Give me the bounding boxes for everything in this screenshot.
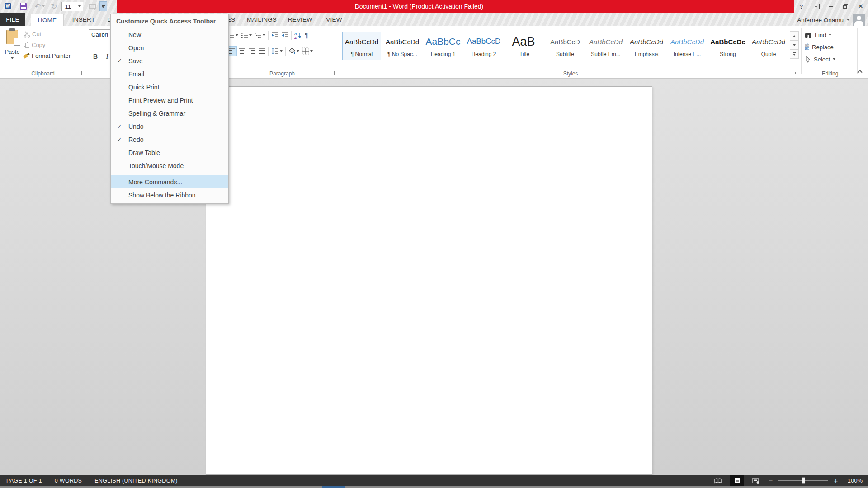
tab-insert[interactable]: INSERT — [68, 13, 99, 26]
cut-button[interactable]: Cut — [24, 29, 41, 39]
zoom-level[interactable]: 100% — [844, 477, 863, 484]
taskbar-edge — [0, 486, 868, 488]
borders-button[interactable] — [301, 46, 314, 56]
font-size-combobox[interactable]: 11 — [61, 2, 83, 11]
menu-item-save[interactable]: ✓Save — [111, 54, 228, 67]
replace-button[interactable]: ab ac Replace — [805, 42, 834, 52]
page-count[interactable]: PAGE 1 OF 1 — [6, 478, 42, 484]
ribbon-display-options-button[interactable] — [809, 0, 824, 13]
multilevel-list-button[interactable] — [253, 30, 267, 40]
minimize-button[interactable] — [824, 0, 839, 13]
web-layout-button[interactable] — [749, 475, 763, 486]
status-bar: PAGE 1 OF 1 0 WORDS ENGLISH (UNITED KING… — [0, 475, 868, 486]
word-logo-icon[interactable]: W — [1, 1, 14, 12]
styles-gallery-more-button[interactable] — [790, 49, 799, 59]
select-button[interactable]: Select — [805, 54, 835, 64]
style-no-spacing[interactable]: AaBbCcDd ¶ No Spac... — [383, 32, 422, 60]
style-emphasis[interactable]: AaBbCcDd Emphasis — [627, 32, 666, 60]
paragraph-dialog-launcher[interactable] — [330, 71, 335, 75]
styles-gallery-scrollbar — [790, 32, 799, 59]
collapse-ribbon-button[interactable] — [857, 70, 862, 75]
account-area[interactable]: Anfernee Onamu — [797, 14, 865, 26]
menu-item-quick-print[interactable]: Quick Print — [111, 80, 228, 94]
styles-scroll-up-button[interactable] — [790, 31, 799, 41]
qat-save-button[interactable] — [20, 1, 27, 12]
sort-button[interactable]: A Z — [293, 30, 303, 40]
avatar[interactable] — [853, 14, 865, 26]
zoom-in-button[interactable]: + — [833, 477, 839, 484]
word-count[interactable]: 0 WORDS — [55, 478, 82, 484]
format-painter-button[interactable]: Format Painter — [24, 51, 71, 61]
close-button[interactable]: ✕ — [853, 0, 868, 13]
menu-item-spelling-grammar[interactable]: Spelling & Grammar — [111, 107, 228, 120]
qat-undo-button[interactable]: ↶ — [34, 1, 45, 12]
qat-redo-button[interactable]: ↻ — [51, 1, 57, 12]
print-layout-button[interactable] — [730, 475, 744, 486]
tab-review[interactable]: REVIEW — [284, 13, 316, 26]
menu-item-more-commands[interactable]: More Commands... — [111, 175, 228, 188]
small-separator — [268, 31, 269, 40]
increase-indent-button[interactable] — [280, 30, 290, 40]
copy-button[interactable]: Copy — [24, 40, 45, 50]
justify-button[interactable] — [257, 46, 267, 56]
menu-item-undo[interactable]: ✓Undo — [111, 120, 228, 133]
style-name: Intense E... — [674, 51, 701, 60]
read-mode-button[interactable] — [711, 475, 725, 486]
style-heading-2[interactable]: AaBbCcD Heading 2 — [464, 32, 503, 60]
line-spacing-button[interactable] — [270, 46, 284, 56]
tab-mailings[interactable]: MAILINGS — [243, 13, 280, 26]
cut-label: Cut — [32, 31, 41, 38]
tab-home[interactable]: HOME — [31, 14, 64, 26]
style-quote[interactable]: AaBbCcDd Quote — [749, 32, 788, 60]
style-normal[interactable]: AaBbCcDd ¶ Normal — [342, 32, 381, 60]
bold-button[interactable]: B — [90, 52, 100, 61]
document-page[interactable] — [206, 86, 652, 475]
qat-customize-button[interactable] — [99, 1, 107, 11]
menu-item-redo[interactable]: ✓Redo — [111, 133, 228, 146]
help-button[interactable]: ? — [794, 0, 809, 13]
style-intense-emphasis[interactable]: AaBbCcDd Intense E... — [668, 32, 707, 60]
style-heading-1[interactable]: AaBbCc Heading 1 — [424, 32, 462, 60]
find-dropdown-icon — [829, 34, 831, 36]
shading-icon — [288, 47, 296, 55]
align-right-button[interactable] — [247, 46, 257, 56]
language-indicator[interactable]: ENGLISH (UNITED KINGDOM) — [94, 478, 178, 484]
clipboard-group-label: Clipboard — [0, 70, 86, 77]
style-subtitle[interactable]: AaBbCcD Subtitle — [546, 32, 585, 60]
paste-dropdown-icon[interactable] — [11, 57, 14, 59]
style-title[interactable]: AaB Title — [505, 32, 544, 60]
find-button[interactable]: Find — [805, 30, 831, 40]
zoom-slider[interactable] — [778, 475, 828, 486]
menu-item-draw-table[interactable]: Draw Table — [111, 146, 228, 159]
paste-clipboard-icon — [6, 30, 18, 44]
qat-touch-mode-button[interactable] — [89, 1, 96, 12]
zoom-slider-thumb[interactable] — [802, 477, 805, 484]
numbering-button[interactable] — [240, 30, 253, 40]
menu-item-open[interactable]: Open — [111, 41, 228, 54]
restore-button[interactable] — [838, 0, 853, 13]
menu-item-new[interactable]: New — [111, 28, 228, 41]
menu-item-touch-mouse-mode[interactable]: Touch/Mouse Mode — [111, 159, 228, 172]
shading-button[interactable] — [287, 46, 301, 56]
show-marks-button[interactable]: ¶ — [303, 30, 310, 40]
menu-item-print-preview[interactable]: Print Preview and Print — [111, 94, 228, 107]
increase-indent-icon — [281, 32, 288, 39]
account-name[interactable]: Anfernee Onamu — [797, 17, 844, 23]
clipboard-dialog-launcher[interactable] — [78, 71, 82, 75]
style-sample: AaB — [512, 35, 535, 49]
menu-item-email[interactable]: Email — [111, 67, 228, 80]
taskbar-active-app-indicator — [322, 486, 345, 488]
align-center-button[interactable] — [237, 46, 247, 56]
menu-item-show-below-ribbon[interactable]: Show Below the Ribbon — [111, 188, 228, 202]
paste-button[interactable]: Paste — [3, 29, 22, 74]
style-subtle-emphasis[interactable]: AaBbCcDd Subtle Em... — [586, 32, 625, 60]
zoom-out-button[interactable]: − — [768, 477, 774, 484]
font-size-dropdown-icon[interactable] — [76, 2, 83, 11]
styles-scroll-down-button[interactable] — [790, 40, 799, 50]
account-dropdown-icon[interactable] — [847, 19, 849, 21]
tab-file[interactable]: FILE — [0, 13, 25, 26]
tab-view[interactable]: VIEW — [321, 13, 347, 26]
styles-dialog-launcher[interactable] — [793, 71, 797, 75]
decrease-indent-button[interactable] — [270, 30, 280, 40]
style-strong[interactable]: AaBbCcDc Strong — [708, 32, 747, 60]
